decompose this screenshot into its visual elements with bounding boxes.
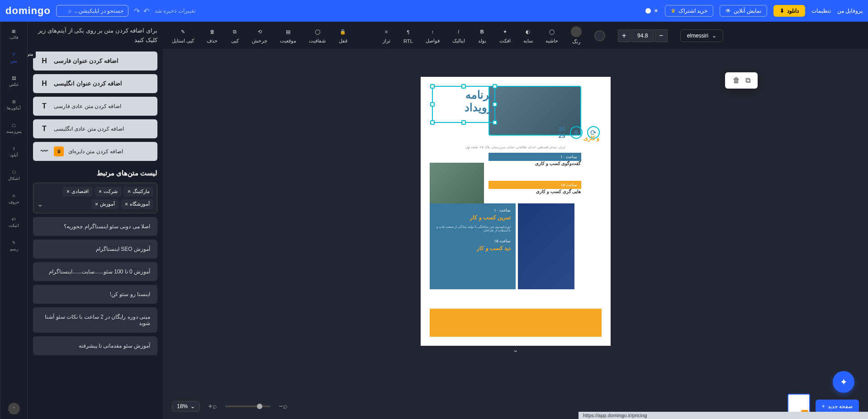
selected-text[interactable]: برنامه رویداد <box>435 89 493 120</box>
shadow-tool[interactable]: ◐سایه <box>523 27 533 44</box>
nav-draw[interactable]: ✎رسم <box>8 239 20 253</box>
italic-icon: I <box>454 27 463 36</box>
copy-tool[interactable]: ⧉کپی <box>230 27 239 44</box>
resize-handle[interactable] <box>493 84 497 89</box>
resize-handle[interactable] <box>430 102 435 107</box>
nav-text[interactable]: Tمتن <box>9 51 19 65</box>
nav-shapes[interactable]: ⬡اشکال <box>6 168 22 183</box>
suggestion-item[interactable]: مینی دوره رایگان در 2 ساعت با نکات سئو آ… <box>33 307 157 333</box>
nav-icons[interactable]: ⊞آیکون‌ها <box>5 98 23 112</box>
nav-fonts[interactable]: Aحروف <box>7 192 21 206</box>
buy-button[interactable]: خرید اشتراک ♛ <box>665 5 713 17</box>
resize-handle[interactable] <box>430 84 435 89</box>
redo-icon[interactable]: ↷ <box>134 7 140 15</box>
preview-button[interactable]: نمایش آنلاین 👁 <box>720 5 767 17</box>
resize-handle[interactable] <box>461 84 466 89</box>
canvas-footer[interactable] <box>430 309 602 337</box>
nav-template[interactable]: ▦قالب <box>8 27 20 42</box>
spacing-tool[interactable]: ↕فواصل <box>426 27 440 44</box>
theme-toggle[interactable]: ☀ <box>645 8 659 14</box>
italic-tool[interactable]: Iایتالیک <box>452 27 465 44</box>
add-fa-text-button[interactable]: اضافه کردن متن عادی فارسیT <box>33 97 157 116</box>
font-size-input[interactable] <box>631 29 654 42</box>
rtl-tool[interactable]: ¶RTL <box>403 28 413 44</box>
tag-item[interactable]: مارکتینگ× <box>124 187 153 197</box>
download-button[interactable]: دانلود ⬇ <box>773 5 805 17</box>
close-icon[interactable]: × <box>66 188 70 195</box>
profile-link[interactable]: پروفایل من <box>837 8 863 14</box>
font-select[interactable]: ⌄ elmessiri <box>680 29 723 42</box>
size-plus-button[interactable]: + <box>618 29 631 42</box>
font-name-label: elmessiri <box>687 33 708 39</box>
suggestion-item[interactable]: آموزش 0 تا 100 سئو......سایت......اینستا… <box>33 262 157 281</box>
canvas-blue-block[interactable]: ساعت ۱۰ تمرین کسب و کار لورم ایپسوم متن … <box>430 203 516 289</box>
suggestion-item[interactable]: آموزش SEO اینستاگرام <box>33 240 157 259</box>
tag-item[interactable]: اقتصادی× <box>63 187 92 197</box>
size-minus-button[interactable]: − <box>655 29 668 42</box>
resize-handle[interactable] <box>493 102 497 107</box>
chevron-down-icon[interactable]: ⌄ <box>37 200 43 208</box>
opacity-tool[interactable]: ◯شفافیت <box>309 27 326 44</box>
magic-fab[interactable]: ✦ <box>833 371 854 393</box>
nav-image[interactable]: 🖼عکس <box>7 74 20 89</box>
search-placeholder: جستجو در اپلیکیشن... <box>74 8 123 14</box>
canvas-row2-title: هایی گری کسب و کاری <box>489 189 581 194</box>
resize-handle[interactable] <box>493 120 497 125</box>
delete-tool[interactable]: 🗑حذف <box>207 27 218 44</box>
float-delete-icon[interactable]: 🗑 <box>733 76 740 85</box>
buy-label: خرید اشتراک <box>678 8 707 14</box>
nav-ticket[interactable]: 🏷اتیکت <box>7 215 21 230</box>
zoom-in-button[interactable]: ⌕+ <box>206 400 219 413</box>
zoom-out-button[interactable]: ⌕− <box>277 400 289 413</box>
lock-tool[interactable]: 🔒قفل <box>338 27 347 44</box>
effect-tool[interactable]: ✦افکت <box>499 27 511 44</box>
suggestion-item[interactable]: اصلا می دونی سئو اینستاگرام چجوریه؟ <box>33 217 157 236</box>
close-icon[interactable]: × <box>125 201 128 207</box>
trash-icon: 🗑 <box>208 27 217 36</box>
float-copy-icon[interactable]: ⧉ <box>745 76 750 85</box>
close-icon[interactable]: × <box>99 188 102 195</box>
tag-item[interactable]: آموزشگاه× <box>121 199 153 209</box>
crown-icon: ♛ <box>671 8 676 14</box>
nav-background[interactable]: ▢پس‌زمینه <box>5 121 24 136</box>
grid-icon: ▦ <box>12 29 16 33</box>
align-tool[interactable]: ≡تراز <box>382 27 391 44</box>
resize-handle[interactable] <box>430 120 435 125</box>
color-swatch-2[interactable] <box>594 30 605 41</box>
suggestion-item[interactable]: اینستا رو سئو کن! <box>33 285 157 304</box>
add-en-text-button[interactable]: اضافه کردن متن عادی انگلیسیT <box>33 119 157 138</box>
tag-item[interactable]: شرکت× <box>95 187 121 197</box>
add-fa-title-button[interactable]: اضافه کردن عنوان فارسیH <box>33 52 157 71</box>
rotate-tool[interactable]: ⟲چرخش <box>252 27 267 44</box>
nav-scroll-down[interactable]: ⌄ <box>8 403 20 414</box>
suggestion-item[interactable]: آموزش سئو مقدماتی تا پیشرفته <box>33 336 157 355</box>
canvas-area[interactable]: ✎کپی استایل 🗑حذف ⧉کپی ⟲چرخش ▤موقعیت ◯شفا… <box>163 22 868 419</box>
zoom-slider[interactable] <box>225 405 270 407</box>
canvas-image-3[interactable] <box>518 203 574 289</box>
undo-icon[interactable]: ↶ <box>143 7 149 15</box>
new-page-button[interactable]: صفحه جدید + <box>816 400 859 413</box>
move-handle-icon[interactable]: ✥ <box>570 126 583 139</box>
tags-input[interactable]: مارکتینگ× شرکت× اقتصادی× آموزشگاه× آموزش… <box>33 183 157 213</box>
zoom-thumb[interactable] <box>257 404 262 409</box>
bold-tool[interactable]: Bبولد <box>478 27 487 44</box>
zoom-percent[interactable]: ⌄ 18% <box>172 401 200 412</box>
canvas-page[interactable]: برنامه رویداد ⟳ ✥ 20 23 و کاری ایران، می… <box>421 77 611 346</box>
close-icon[interactable]: × <box>128 188 131 195</box>
add-circle-text-button[interactable]: اضافه کردن متن دایره‌ای♛〰 <box>33 142 157 161</box>
resize-handle[interactable] <box>461 120 466 125</box>
add-en-title-button[interactable]: اضافه کردن عنوان انگلیسیH <box>33 74 157 93</box>
search-input[interactable]: جستجو در اپلیکیشن... ⌕ <box>56 5 128 17</box>
nav-upload[interactable]: ⇧آپلود <box>8 145 20 159</box>
close-icon[interactable]: × <box>95 201 98 207</box>
color-tool[interactable]: رنگ <box>571 26 582 45</box>
position-tool[interactable]: ▤موقعیت <box>280 27 296 44</box>
selection-box[interactable]: برنامه رویداد <box>432 86 495 123</box>
text-sidebar: برای اضافه کردن متن بر روی یکی از آیتم‌ه… <box>27 22 163 419</box>
border-tool[interactable]: ◯حاشیه <box>545 27 558 44</box>
canvas-expand-icon[interactable]: ⌄ <box>512 345 518 354</box>
canvas-image-2[interactable] <box>430 163 484 203</box>
tag-item[interactable]: آموزش× <box>91 199 119 209</box>
settings-link[interactable]: تنظیمات <box>811 8 831 14</box>
copy-style-tool[interactable]: ✎کپی استایل <box>172 27 194 44</box>
